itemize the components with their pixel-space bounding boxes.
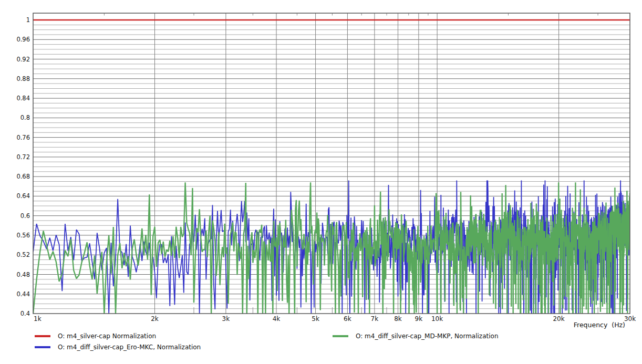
y-axis-tick-label: 0.76: [16, 134, 30, 141]
y-axis-tick-label: 0.92: [16, 56, 30, 63]
legend-swatch-red: [35, 335, 50, 337]
measurement-chart-window: 10.960.920.880.840.80.760.720.680.640.60…: [0, 0, 642, 364]
x-axis-tick-label: 5k: [312, 315, 319, 323]
legend-swatch-blue: [35, 346, 50, 348]
legend-swatch-green: [333, 335, 348, 337]
chart-canvas: 10.960.920.880.840.80.760.720.680.640.60…: [0, 0, 642, 364]
legend-item-ero-mkc-blue: O: m4_diff_silver-cap_Ero-MKC, Normaliza…: [35, 344, 201, 351]
y-axis-tick-label: 0.48: [16, 271, 30, 278]
legend-label: O: m4_diff_silver-cap_MD-MKP, Normalizat…: [356, 332, 499, 340]
legend-item-md-mkp-green: O: m4_diff_silver-cap_MD-MKP, Normalizat…: [333, 332, 499, 340]
x-axis-title: Frequency (Hz): [574, 321, 625, 329]
legend-label: O: m4_diff_silver-cap_Ero-MKC, Normaliza…: [58, 344, 201, 351]
x-axis-tick-label: 6k: [344, 315, 351, 323]
y-axis-tick-label: 0.68: [16, 173, 30, 180]
x-axis-tick-label: 1k: [34, 315, 42, 323]
y-axis-tick-label: 1: [26, 16, 30, 24]
y-axis-tick-label: 0.56: [16, 232, 30, 239]
y-axis-tick-label: 0.8: [20, 114, 30, 121]
y-axis-tick-label: 0.72: [16, 153, 30, 161]
y-axis-tick-label: 0.6: [20, 212, 30, 220]
x-axis-tick-label: 3k: [222, 315, 230, 323]
x-axis-tick-label: 4k: [273, 315, 281, 323]
legend-item-normalization-red: O: m4_silver-cap Normalization: [35, 332, 156, 340]
x-axis-tick-label: 2k: [151, 315, 159, 323]
y-axis-tick-label: 0.52: [16, 251, 30, 258]
y-axis-tick-label: 0.84: [16, 95, 30, 102]
x-axis-tick-label: 30k: [624, 315, 636, 323]
y-axis-tick-label: 0.88: [16, 75, 30, 82]
x-axis-tick-label: 10k: [431, 315, 443, 323]
x-axis-tick-label: 20k: [553, 315, 564, 323]
x-axis-tick-label: 8k: [394, 315, 402, 323]
legend-label: O: m4_silver-cap Normalization: [58, 332, 156, 340]
y-axis-tick-label: 0.96: [16, 36, 30, 43]
y-axis-tick-label: 0.44: [16, 290, 30, 298]
y-axis-tick-label: 0.64: [16, 192, 30, 200]
y-axis-tick-label: 0.4: [20, 310, 30, 317]
x-axis-tick-label: 9k: [415, 315, 423, 323]
x-axis-tick-label: 7k: [371, 315, 379, 323]
